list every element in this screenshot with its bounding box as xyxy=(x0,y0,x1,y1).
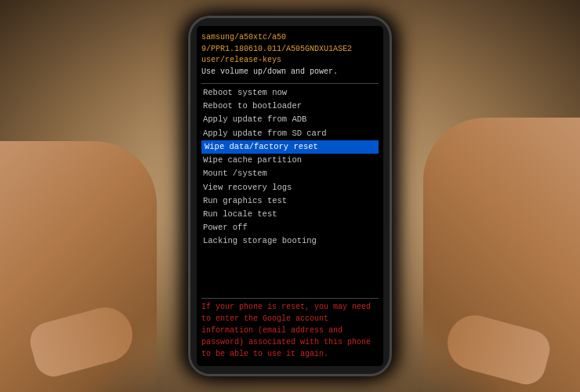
menu-item-locale-test[interactable]: Run locale test xyxy=(201,208,379,221)
menu-item-power-off[interactable]: Power off xyxy=(201,221,379,234)
power-button xyxy=(390,81,392,96)
device-line1: samsung/a50xtc/a50 xyxy=(201,32,379,44)
menu-item-lacking-storage[interactable]: Lacking storage booting xyxy=(201,234,379,248)
menu-section: Reboot system now Reboot to bootloader A… xyxy=(201,86,379,295)
device-line2: 9/PPR1.180610.011/A505GNDXU1ASE2 xyxy=(201,44,379,56)
volume-button xyxy=(188,96,190,120)
header-section: samsung/a50xtc/a50 9/PPR1.180610.011/A50… xyxy=(201,32,379,78)
menu-item-mount[interactable]: Mount /system xyxy=(201,167,379,180)
recovery-screen: samsung/a50xtc/a50 9/PPR1.180610.011/A50… xyxy=(197,26,383,366)
menu-item-reboot-system[interactable]: Reboot system now xyxy=(201,86,379,100)
phone: samsung/a50xtc/a50 9/PPR1.180610.011/A50… xyxy=(188,16,392,376)
menu-item-reboot-bootloader[interactable]: Reboot to bootloader xyxy=(201,100,379,113)
phone-inner: samsung/a50xtc/a50 9/PPR1.180610.011/A50… xyxy=(197,26,383,366)
menu-item-apply-adb[interactable]: Apply update from ADB xyxy=(201,113,379,126)
scene: samsung/a50xtc/a50 9/PPR1.180610.011/A50… xyxy=(0,0,580,392)
instruction-line: Use volume up/down and power. xyxy=(201,67,379,78)
top-divider xyxy=(201,83,379,84)
menu-item-apply-sd[interactable]: Apply update from SD card xyxy=(201,127,379,140)
menu-item-recovery-logs[interactable]: View recovery logs xyxy=(201,181,379,194)
menu-item-wipe-cache[interactable]: Wipe cache partition xyxy=(201,154,379,167)
volume-button-right xyxy=(390,104,392,132)
menu-item-graphics-test[interactable]: Run graphics test xyxy=(201,194,379,208)
device-line3: user/release-keys xyxy=(201,55,379,67)
warning-divider xyxy=(201,298,379,299)
warning-text: If your phone is reset, you may need to … xyxy=(201,301,379,360)
menu-item-wipe-data[interactable]: Wipe data/factory reset xyxy=(201,140,379,154)
